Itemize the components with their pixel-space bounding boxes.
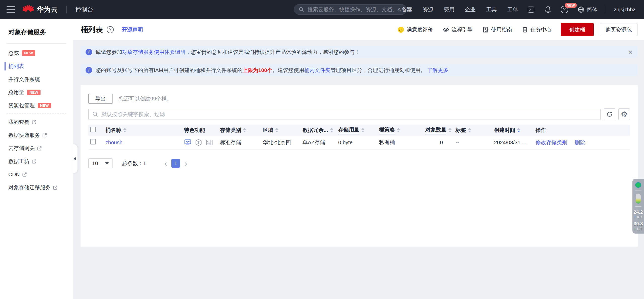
column-header-redundancy: 数据冗余... xyxy=(302,127,328,134)
column-header-policy: 桶策略 xyxy=(379,126,395,134)
page-size-value: 10 xyxy=(92,160,98,166)
create-bucket-button[interactable]: 创建桶 xyxy=(561,23,594,36)
topbar-nav-beian[interactable]: 备案 xyxy=(402,6,412,13)
sidebar-item-data-express[interactable]: 数据快递服务 xyxy=(0,129,73,142)
sidebar-item-total-usage[interactable]: 总用量 NEW xyxy=(0,86,73,99)
sidebar-item-overview[interactable]: 总览 NEW xyxy=(0,47,73,60)
external-link-icon xyxy=(42,133,47,138)
arrow-down-icon: ↓ xyxy=(634,227,636,231)
huawei-logo[interactable]: 华为云 xyxy=(23,4,58,15)
sidebar-item-label: 数据快递服务 xyxy=(8,132,40,139)
dashboard-monitor-icon[interactable] xyxy=(184,139,192,146)
page-help-icon[interactable]: ? xyxy=(107,26,114,33)
sidebar-item-label: 我的套餐 xyxy=(8,119,29,126)
sort-control[interactable] xyxy=(397,128,400,132)
column-settings-button[interactable]: ⚙ xyxy=(618,108,630,120)
notifications-button[interactable] xyxy=(544,6,552,14)
next-page-button[interactable]: › xyxy=(182,159,190,167)
banner-text: 您的账号及账号下的所有IAM用户可创建的桶和并行文件系统的上限为100个。建议您… xyxy=(96,67,448,74)
column-header-bucket-name: 桶名称 xyxy=(105,127,121,134)
task-center-button[interactable]: 任务中心 xyxy=(522,26,552,33)
learn-more-link[interactable]: 了解更多 xyxy=(427,67,448,73)
sidebar-item-oms[interactable]: 对象存储迁移服务 xyxy=(0,181,73,194)
sort-control[interactable] xyxy=(361,128,364,132)
sort-control[interactable] xyxy=(275,128,278,132)
modify-storage-class-link[interactable]: 修改存储类别 xyxy=(536,139,567,145)
satisfaction-survey-button[interactable]: 满意度评价 xyxy=(397,26,433,33)
topbar-nav-billing[interactable]: 费用 xyxy=(444,6,454,13)
prev-page-button[interactable]: ‹ xyxy=(162,159,170,167)
download-speed-unit: ↓ K/s xyxy=(634,227,642,231)
global-search-input[interactable] xyxy=(308,7,401,13)
quota-limit-emphasis: 上限为100个 xyxy=(242,67,272,73)
eye-off-icon xyxy=(443,26,449,33)
monitor-divider xyxy=(635,191,641,191)
search-icon xyxy=(92,111,99,118)
topbar-nav-enterprise[interactable]: 企业 xyxy=(465,6,476,13)
brand-name: 华为云 xyxy=(37,5,58,14)
language-switcher[interactable]: 简体 xyxy=(577,6,597,13)
smiley-icon xyxy=(397,26,404,33)
topbar-nav-resources[interactable]: 资源 xyxy=(423,6,433,13)
folder-link[interactable]: 桶内文件夹 xyxy=(304,67,330,73)
sidebar-item-cdn[interactable]: CDN xyxy=(0,168,73,181)
action-label: 满意度评价 xyxy=(407,26,433,33)
refresh-button[interactable] xyxy=(604,108,615,120)
topbar-divider xyxy=(66,6,67,13)
sidebar-item-my-package[interactable]: 我的套餐 xyxy=(0,116,73,129)
current-page-button[interactable]: 1 xyxy=(171,159,180,168)
cloudshell-button[interactable] xyxy=(527,6,535,14)
banner-text-part: 您的账号及账号下的所有IAM用户可创建的桶和并行文件系统的 xyxy=(96,67,242,73)
refresh-icon xyxy=(606,111,613,118)
sidebar-item-resource-packages[interactable]: 资源包管理 NEW xyxy=(0,99,73,112)
bucket-filter-input[interactable] xyxy=(101,111,597,117)
bucket-list-card: 导出 您还可以创建99个桶。 ⚙ xyxy=(81,85,638,247)
console-label[interactable]: 控制台 xyxy=(75,6,93,14)
topbar: 华为云 控制台 备案 资源 费用 企业 工具 工单 xyxy=(0,0,644,19)
quota-banner: i 您的账号及账号下的所有IAM用户可创建的桶和并行文件系统的上限为100个。建… xyxy=(81,64,638,76)
action-divider xyxy=(571,140,571,145)
topbar-nav-tickets[interactable]: 工单 xyxy=(507,6,518,13)
global-search[interactable] xyxy=(294,4,407,15)
network-monitor-widget[interactable]: 24.2 ↑ K/s 30.8 ↓ K/s xyxy=(632,179,644,234)
account-menu[interactable]: zhjsjzhbz xyxy=(614,7,635,13)
monitor-divider xyxy=(635,206,641,207)
hexagon-asterisk-icon[interactable] xyxy=(195,139,202,146)
select-all-checkbox[interactable] xyxy=(90,127,96,132)
image-processing-icon[interactable] xyxy=(206,139,213,146)
survey-link[interactable]: 对象存储服务使用体验调研 xyxy=(122,49,185,55)
row-checkbox[interactable] xyxy=(90,139,96,144)
sidebar-item-storage-gateway[interactable]: 云存储网关 xyxy=(0,142,73,155)
terminal-icon xyxy=(527,6,535,14)
table-header: 桶名称 特色功能 存储类别 区域 数据冗余... 存储用量 桶策略 对象数量 标… xyxy=(88,125,630,136)
user-guide-button[interactable]: 使用指南 xyxy=(482,26,512,33)
close-icon[interactable]: × xyxy=(628,48,633,56)
sort-control[interactable] xyxy=(448,128,451,132)
hamburger-menu-icon[interactable] xyxy=(7,6,15,13)
sidebar-dashed-divider xyxy=(7,114,66,114)
process-guide-button[interactable]: 流程引导 xyxy=(443,26,473,33)
sort-control[interactable] xyxy=(517,128,520,132)
open-source-link[interactable]: 开源声明 xyxy=(122,26,143,33)
export-button[interactable]: 导出 xyxy=(88,94,113,104)
page-size-select[interactable]: 10 xyxy=(88,158,112,168)
page-header: 桶列表 ? 开源声明 满意度评价 流程引导 xyxy=(73,19,644,40)
delete-link[interactable]: 删除 xyxy=(575,139,585,145)
gear-icon: ⚙ xyxy=(621,110,628,118)
sort-control[interactable] xyxy=(330,128,333,132)
sort-control[interactable] xyxy=(468,128,471,132)
help-button[interactable]: ? NEW xyxy=(561,6,568,13)
topbar-nav-tools[interactable]: 工具 xyxy=(486,6,497,13)
sort-control[interactable] xyxy=(123,128,126,132)
info-icon: i xyxy=(86,67,92,73)
bucket-name-link[interactable]: zhoush xyxy=(105,139,123,145)
new-badge: NEW xyxy=(22,50,35,56)
sidebar-item-data-workshop[interactable]: 数据工坊 xyxy=(0,155,73,168)
buy-resource-package-button[interactable]: 购买资源包 xyxy=(600,23,637,36)
bucket-filter[interactable] xyxy=(88,109,601,120)
sort-control[interactable] xyxy=(243,128,246,132)
topbar-right: 备案 资源 费用 企业 工具 工单 ? NEW xyxy=(391,0,635,19)
sidebar-item-bucket-list[interactable]: 桶列表 xyxy=(0,60,73,73)
upload-speed-value: 24.2 xyxy=(634,209,643,215)
sidebar-item-parallel-fs[interactable]: 并行文件系统 xyxy=(0,73,73,86)
